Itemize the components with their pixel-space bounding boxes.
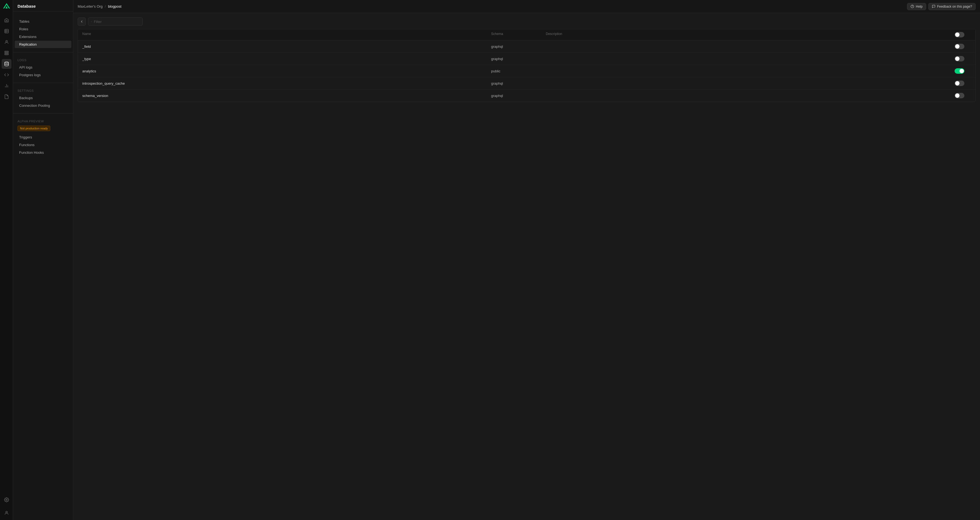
table-row: introspection_query_cache graphql [78, 77, 975, 90]
table-row: schema_version graphql [78, 90, 975, 101]
nav-users-icon[interactable] [2, 37, 11, 47]
svg-point-11 [5, 62, 8, 63]
logs-section-label: Logs [13, 59, 73, 63]
back-button[interactable] [78, 17, 86, 26]
svg-rect-9 [5, 53, 8, 54]
svg-rect-3 [5, 29, 8, 33]
header-schema: Schema [491, 32, 546, 37]
row-schema: graphql [491, 94, 546, 98]
sidebar-item-functions[interactable]: Functions [15, 141, 72, 149]
toggle-knob [955, 81, 959, 86]
nav-database-icon[interactable] [2, 59, 11, 69]
svg-rect-8 [5, 51, 8, 52]
sidebar-item-backups[interactable]: Backups [15, 94, 72, 101]
search-icon [91, 20, 92, 24]
row-name: introspection_query_cache [82, 81, 491, 86]
sidebar-item-roles[interactable]: Roles [15, 25, 72, 33]
row-schema: graphql [491, 44, 546, 49]
filter-input[interactable] [94, 20, 140, 24]
replication-table: Name Schema Description _field graphql [78, 29, 975, 102]
database-section: Tables Roles Extensions Replication [13, 11, 73, 51]
svg-point-19 [91, 21, 92, 22]
svg-point-15 [6, 499, 7, 501]
toggle-knob [955, 57, 959, 61]
settings-section: Settings Backups Connection Pooling [13, 85, 73, 112]
nav-storage-icon[interactable] [2, 48, 11, 58]
svg-point-16 [6, 511, 7, 513]
row-name: schema_version [82, 94, 491, 98]
nav-chart-icon[interactable] [2, 81, 11, 91]
nav-settings-icon[interactable] [2, 495, 11, 505]
topbar-actions: Help Feedback on this page? [907, 3, 975, 10]
alpha-section-label: Alpha Preview [13, 120, 73, 125]
header-description: Description [546, 32, 955, 37]
sidebar-item-replication[interactable]: Replication [15, 41, 72, 48]
left-sidebar: Database Tables Roles Extensions Replica… [13, 0, 73, 520]
toggle-knob [955, 44, 959, 49]
icon-sidebar [0, 0, 13, 520]
header-toggle [955, 32, 971, 37]
svg-point-7 [6, 40, 7, 42]
sidebar-item-extensions[interactable]: Extensions [15, 33, 72, 40]
filter-input-wrap [88, 17, 143, 26]
help-label: Help [916, 5, 923, 8]
sidebar-item-tables[interactable]: Tables [15, 18, 72, 25]
row-name: analytics [82, 69, 491, 73]
row-schema: graphql [491, 57, 546, 61]
row-toggle[interactable] [955, 81, 964, 86]
row-name: _type [82, 57, 491, 61]
row-name: _field [82, 44, 491, 49]
table-row: _field graphql [78, 40, 975, 53]
content-area: Name Schema Description _field graphql [73, 13, 980, 520]
toggle-knob [955, 94, 959, 98]
table-header: Name Schema Description [78, 29, 975, 40]
help-icon [910, 5, 914, 8]
nav-user-icon[interactable] [2, 508, 11, 518]
svg-rect-10 [5, 54, 8, 55]
breadcrumb-sep: / [105, 4, 106, 8]
nav-table-icon[interactable] [2, 26, 11, 36]
feedback-label: Feedback on this page? [937, 5, 972, 8]
sidebar-item-postgres-logs[interactable]: Postgres logs [15, 71, 72, 79]
topbar: MaxLeiter's Org / blogpost Help Feedback… [73, 0, 980, 13]
row-toggle[interactable] [955, 68, 964, 74]
sidebar-item-connection-pooling[interactable]: Connection Pooling [15, 102, 72, 109]
logs-section: Logs API logs Postgres logs [13, 54, 73, 81]
header-toggle-switch[interactable] [955, 32, 964, 37]
row-schema: graphql [491, 81, 546, 86]
table-row: _type graphql [78, 53, 975, 65]
breadcrumb-project: blogpost [108, 4, 121, 8]
alpha-section: Alpha Preview Not production ready Trigg… [13, 115, 73, 159]
row-toggle[interactable] [955, 93, 964, 98]
table-row: analytics public [78, 65, 975, 77]
breadcrumb: MaxLeiter's Org / blogpost [78, 4, 121, 8]
sidebar-header: Database [13, 0, 73, 11]
sidebar-item-function-hooks[interactable]: Function Hooks [15, 149, 72, 156]
sidebar-item-api-logs[interactable]: API logs [15, 63, 72, 71]
feedback-button[interactable]: Feedback on this page? [928, 3, 975, 10]
row-toggle[interactable] [955, 56, 964, 62]
nav-home-icon[interactable] [2, 15, 11, 25]
help-button[interactable]: Help [907, 3, 926, 10]
settings-section-label: Settings [13, 89, 73, 94]
feedback-icon [932, 5, 935, 8]
row-schema: public [491, 69, 546, 73]
row-toggle[interactable] [955, 44, 964, 49]
sidebar-item-triggers[interactable]: Triggers [15, 133, 72, 141]
main-content: MaxLeiter's Org / blogpost Help Feedback… [73, 0, 980, 520]
not-production-badge: Not production ready [18, 126, 50, 131]
toggle-knob [955, 33, 959, 37]
nav-api-icon[interactable] [2, 70, 11, 80]
filter-bar [78, 17, 975, 26]
header-name: Name [82, 32, 491, 37]
nav-file-icon[interactable] [2, 92, 11, 101]
app-logo[interactable] [2, 2, 11, 11]
toggle-knob [959, 69, 964, 73]
breadcrumb-org: MaxLeiter's Org [78, 4, 103, 8]
database-section-label [13, 16, 73, 17]
back-icon [80, 20, 84, 24]
